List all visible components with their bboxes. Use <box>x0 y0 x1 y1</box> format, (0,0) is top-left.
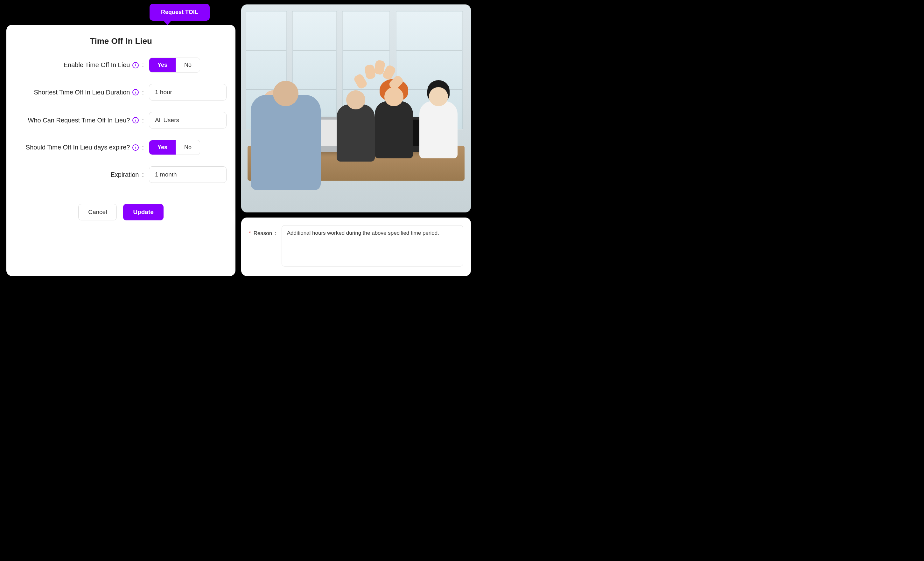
label-colon: : <box>142 171 144 178</box>
toggle-no-button[interactable]: No <box>176 140 200 154</box>
label-colon: : <box>142 144 144 151</box>
shortest-duration-select[interactable]: 1 hour <box>149 84 226 100</box>
label-colon: : <box>142 117 144 124</box>
label-colon: : <box>142 89 144 96</box>
toil-settings-card: Time Off In Lieu Enable Time Off In Lieu… <box>6 25 236 276</box>
label-shortest-duration: Shortest Time Off In Lieu Duration i : <box>15 89 149 96</box>
row-who-can-request: Who Can Request Time Off In Lieu? i : Al… <box>15 112 226 129</box>
toggle-no-button[interactable]: No <box>176 58 200 72</box>
toggle-enable-toil: Yes No <box>149 58 200 72</box>
row-expiration: Expiration : 1 month <box>15 166 226 183</box>
row-enable-toil: Enable Time Off In Lieu i : Yes No <box>15 58 226 72</box>
update-button[interactable]: Update <box>123 204 163 220</box>
tooltip-label: Request TOIL <box>161 9 198 15</box>
label-text: Expiration <box>111 171 139 178</box>
label-text: Who Can Request Time Off In Lieu? <box>28 117 130 124</box>
info-icon[interactable]: i <box>132 144 139 151</box>
toggle-yes-button[interactable]: Yes <box>149 140 176 154</box>
form-actions: Cancel Update <box>15 204 226 220</box>
request-toil-tooltip: Request TOIL <box>150 4 210 21</box>
reason-textarea[interactable] <box>282 225 463 266</box>
row-days-expire: Should Time Off In Lieu days expire? i :… <box>15 140 226 155</box>
info-icon[interactable]: i <box>132 62 139 68</box>
cancel-button[interactable]: Cancel <box>78 204 117 220</box>
label-colon: : <box>273 230 276 236</box>
label-days-expire: Should Time Off In Lieu days expire? i : <box>15 144 149 151</box>
expiration-select[interactable]: 1 month <box>149 166 226 183</box>
label-colon: : <box>142 61 144 69</box>
settings-title: Time Off In Lieu <box>15 36 226 46</box>
team-photo-card <box>241 4 471 212</box>
info-icon[interactable]: i <box>132 117 139 123</box>
who-can-request-select[interactable]: All Users <box>149 112 226 129</box>
team-photo-illustration <box>241 4 471 212</box>
label-enable-toil: Enable Time Off In Lieu i : <box>15 61 149 69</box>
reason-label-text: Reason <box>254 230 272 236</box>
required-marker: * <box>249 230 251 236</box>
row-shortest-duration: Shortest Time Off In Lieu Duration i : 1… <box>15 84 226 100</box>
label-text: Shortest Time Off In Lieu Duration <box>34 89 130 96</box>
reason-label: * Reason : <box>249 225 276 236</box>
toggle-yes-button[interactable]: Yes <box>149 58 176 72</box>
label-who-can-request: Who Can Request Time Off In Lieu? i : <box>15 117 149 124</box>
label-text: Enable Time Off In Lieu <box>64 61 130 69</box>
label-expiration: Expiration : <box>15 171 149 178</box>
reason-card: * Reason : <box>241 217 471 276</box>
toggle-days-expire: Yes No <box>149 140 200 155</box>
info-icon[interactable]: i <box>132 89 139 96</box>
label-text: Should Time Off In Lieu days expire? <box>26 144 130 151</box>
